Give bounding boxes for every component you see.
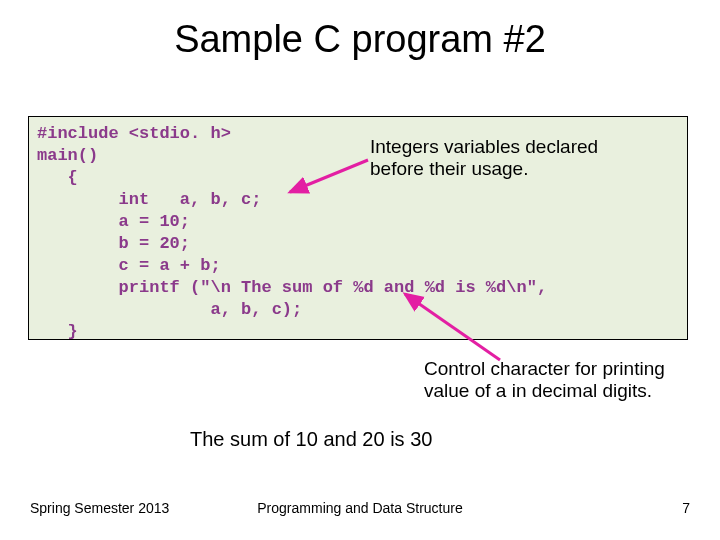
slide-title: Sample C program #2: [0, 18, 720, 61]
annotation-int-declared: Integers variables declared before their…: [370, 136, 630, 180]
footer-center: Programming and Data Structure: [0, 500, 720, 516]
program-output: The sum of 10 and 20 is 30: [190, 428, 432, 451]
slide: Sample C program #2 #include <stdio. h> …: [0, 0, 720, 540]
slide-number: 7: [682, 500, 690, 516]
annotation-control-char: Control character for printing value of …: [424, 358, 714, 402]
